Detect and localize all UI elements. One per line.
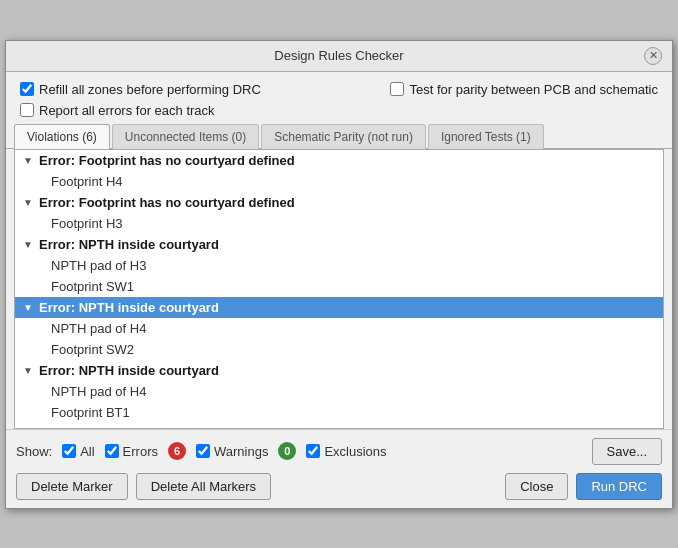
show-all-option[interactable]: All bbox=[62, 444, 94, 459]
warnings-count-badge: 0 bbox=[278, 442, 296, 460]
run-drc-button[interactable]: Run DRC bbox=[576, 473, 662, 500]
tree-row[interactable]: ▼ Error: NPTH inside courtyard bbox=[15, 297, 663, 318]
tab-violations[interactable]: Violations (6) bbox=[14, 124, 110, 149]
tree-row[interactable]: Footprint BT1 bbox=[15, 402, 663, 423]
item-label: NPTH pad of H4 bbox=[51, 321, 146, 336]
show-errors-checkbox[interactable] bbox=[105, 444, 119, 458]
close-dialog-button[interactable]: ✕ bbox=[644, 47, 662, 65]
item-label: Error: NPTH inside courtyard bbox=[39, 300, 219, 315]
report-errors-label: Report all errors for each track bbox=[39, 103, 215, 118]
options-section: Refill all zones before performing DRC T… bbox=[6, 72, 672, 124]
tab-ignored[interactable]: Ignored Tests (1) bbox=[428, 124, 544, 149]
tree-row[interactable]: ▼ Error: Footprint has no courtyard defi… bbox=[15, 192, 663, 213]
dialog-title: Design Rules Checker bbox=[34, 48, 644, 63]
tree-row[interactable]: NPTH pad of H3 bbox=[15, 255, 663, 276]
show-errors-option[interactable]: Errors bbox=[105, 444, 158, 459]
expand-arrow: ▼ bbox=[23, 302, 35, 313]
report-errors-checkbox[interactable] bbox=[20, 103, 34, 117]
item-label: Error: NPTH inside courtyard bbox=[39, 237, 219, 252]
tree-row[interactable]: NPTH pad of H4 bbox=[15, 318, 663, 339]
item-label: Error: NPTH inside courtyard bbox=[39, 363, 219, 378]
show-all-label: All bbox=[80, 444, 94, 459]
tabs-bar: Violations (6) Unconnected Items (0) Sch… bbox=[6, 124, 672, 149]
tree-row[interactable]: NPTH pad of H4 bbox=[15, 381, 663, 402]
item-label: Footprint SW1 bbox=[51, 279, 134, 294]
tree-row[interactable]: ▼ Error: NPTH inside courtyard bbox=[15, 234, 663, 255]
refill-zones-option[interactable]: Refill all zones before performing DRC bbox=[20, 82, 261, 97]
title-bar: Design Rules Checker ✕ bbox=[6, 41, 672, 72]
expand-arrow: ▼ bbox=[23, 365, 35, 376]
tree-row[interactable]: ▼ Error: NPTH inside courtyard bbox=[15, 360, 663, 381]
bottom-bar: Show: All Errors 6 Warnings 0 Exclusions… bbox=[6, 429, 672, 508]
design-rules-checker-dialog: Design Rules Checker ✕ Refill all zones … bbox=[5, 40, 673, 509]
item-label: Error: Footprint has no courtyard define… bbox=[39, 195, 295, 210]
report-errors-option[interactable]: Report all errors for each track bbox=[20, 103, 215, 118]
options-row-2: Report all errors for each track bbox=[20, 103, 658, 118]
close-button[interactable]: Close bbox=[505, 473, 568, 500]
expand-arrow: ▼ bbox=[23, 197, 35, 208]
show-exclusions-option[interactable]: Exclusions bbox=[306, 444, 386, 459]
delete-marker-button[interactable]: Delete Marker bbox=[16, 473, 128, 500]
item-label: Error: Footprint has no courtyard define… bbox=[39, 153, 295, 168]
expand-arrow: ▼ bbox=[23, 155, 35, 166]
show-errors-label: Errors bbox=[123, 444, 158, 459]
tree-row[interactable]: ▼ Error: Footprint has no courtyard defi… bbox=[15, 150, 663, 171]
item-label: NPTH pad of H4 bbox=[51, 384, 146, 399]
expand-arrow: ▼ bbox=[23, 239, 35, 250]
refill-zones-checkbox[interactable] bbox=[20, 82, 34, 96]
options-row-1: Refill all zones before performing DRC T… bbox=[20, 82, 658, 97]
delete-all-markers-button[interactable]: Delete All Markers bbox=[136, 473, 271, 500]
item-label: Footprint H4 bbox=[51, 174, 123, 189]
show-exclusions-label: Exclusions bbox=[324, 444, 386, 459]
tab-schematic[interactable]: Schematic Parity (not run) bbox=[261, 124, 426, 149]
test-parity-label: Test for parity between PCB and schemati… bbox=[409, 82, 658, 97]
refill-zones-label: Refill all zones before performing DRC bbox=[39, 82, 261, 97]
item-label: Footprint BT1 bbox=[51, 405, 130, 420]
show-warnings-label: Warnings bbox=[214, 444, 268, 459]
tree-row[interactable]: Footprint SW2 bbox=[15, 339, 663, 360]
test-parity-option[interactable]: Test for parity between PCB and schemati… bbox=[390, 82, 658, 97]
tab-unconnected[interactable]: Unconnected Items (0) bbox=[112, 124, 259, 149]
violations-tree[interactable]: ▼ Error: Footprint has no courtyard defi… bbox=[14, 149, 664, 429]
item-label: Footprint H3 bbox=[51, 216, 123, 231]
item-label: NPTH pad of H3 bbox=[51, 258, 146, 273]
tree-row[interactable]: Footprint H3 bbox=[15, 213, 663, 234]
test-parity-checkbox[interactable] bbox=[390, 82, 404, 96]
show-all-checkbox[interactable] bbox=[62, 444, 76, 458]
errors-count-badge: 6 bbox=[168, 442, 186, 460]
tree-row[interactable]: Footprint H4 bbox=[15, 171, 663, 192]
buttons-row: Delete Marker Delete All Markers Close R… bbox=[16, 473, 662, 500]
show-label: Show: bbox=[16, 444, 52, 459]
show-warnings-option[interactable]: Warnings bbox=[196, 444, 268, 459]
show-row: Show: All Errors 6 Warnings 0 Exclusions… bbox=[16, 438, 662, 465]
tree-row[interactable]: Footprint SW1 bbox=[15, 276, 663, 297]
save-button[interactable]: Save... bbox=[592, 438, 662, 465]
show-warnings-checkbox[interactable] bbox=[196, 444, 210, 458]
show-exclusions-checkbox[interactable] bbox=[306, 444, 320, 458]
item-label: Footprint SW2 bbox=[51, 342, 134, 357]
